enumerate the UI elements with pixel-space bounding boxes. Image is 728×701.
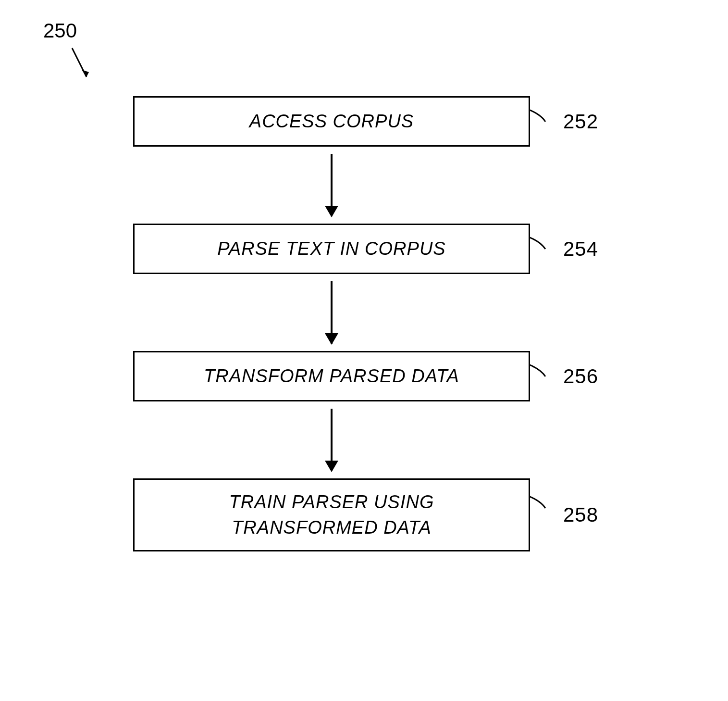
- step-text: TRANSFORM PARSED DATA: [204, 366, 459, 386]
- arrow-container: [144, 147, 519, 224]
- arrow-icon: [331, 281, 333, 344]
- arrow-icon: [331, 154, 333, 216]
- step-text: ACCESS CORPUS: [249, 111, 414, 131]
- label-connector: [529, 235, 548, 263]
- arrow-container: [144, 274, 519, 351]
- flowchart: ACCESS CORPUS 252 PARSE TEXT IN CORPUS 2…: [115, 96, 548, 551]
- figure-number: 250: [43, 19, 77, 42]
- arrow-container: [144, 401, 519, 478]
- figure-pointer: [70, 46, 94, 84]
- label-connector: [529, 107, 548, 136]
- label-connector: [529, 494, 548, 536]
- label-connector: [529, 362, 548, 390]
- step-label: 252: [563, 110, 598, 133]
- arrow-icon: [331, 409, 333, 471]
- step-label: 256: [563, 365, 598, 388]
- step-box-parse-text: PARSE TEXT IN CORPUS 254: [133, 224, 530, 274]
- step-text: PARSE TEXT IN CORPUS: [217, 238, 445, 259]
- step-text: TRAIN PARSER USING TRANSFORMED DATA: [229, 492, 434, 538]
- step-label: 254: [563, 238, 598, 261]
- step-box-access-corpus: ACCESS CORPUS 252: [133, 96, 530, 147]
- step-label: 258: [563, 501, 598, 529]
- step-box-transform-data: TRANSFORM PARSED DATA 256: [133, 351, 530, 401]
- step-box-train-parser: TRAIN PARSER USING TRANSFORMED DATA 258: [133, 478, 530, 551]
